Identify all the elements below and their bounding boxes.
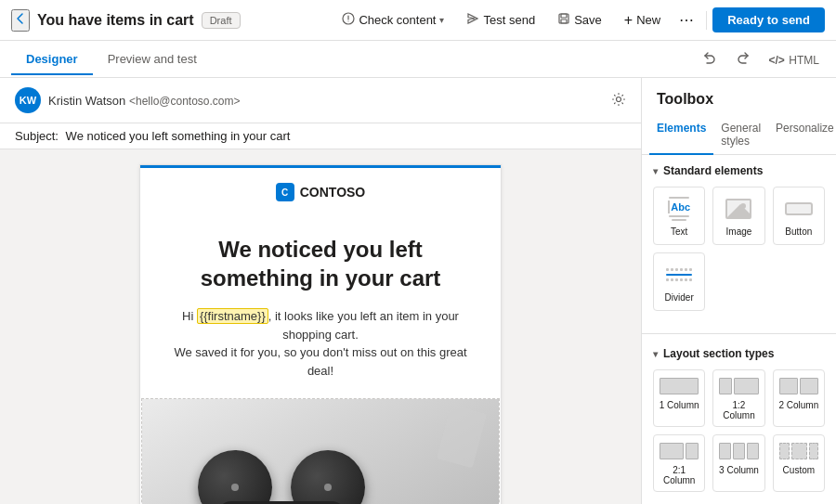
layout-sections: ▾ Layout section types 1 Column — [642, 338, 836, 501]
email-subtext: Hi {{firstname}}, it looks like you left… — [168, 307, 473, 380]
element-image[interactable]: Image — [712, 187, 764, 245]
tab-designer[interactable]: Designer — [11, 45, 93, 75]
contoso-logo-icon: C — [276, 183, 294, 201]
top-bar: You have items in cart Draft Check conte… — [0, 0, 836, 41]
check-content-dropdown-icon: ▾ — [439, 15, 444, 25]
svg-point-5 — [617, 97, 621, 101]
editor-area: KW Kristin Watson <hello@contoso.com> Su… — [0, 78, 641, 504]
new-plus-icon: + — [624, 12, 633, 29]
undo-button[interactable] — [697, 46, 723, 72]
tab-bar-actions: </> HTML — [697, 46, 825, 72]
save-button[interactable]: Save — [548, 7, 611, 32]
layout-2-1col-label: 2:1 Column — [658, 465, 700, 485]
layout-sections-header[interactable]: ▾ Layout section types — [653, 347, 825, 360]
email-headline: We noticed you left something in your ca… — [168, 235, 473, 292]
top-bar-left: You have items in cart Draft — [11, 9, 325, 32]
ready-to-send-button[interactable]: Ready to send — [712, 7, 825, 32]
element-divider-label: Divider — [658, 292, 700, 303]
collapse-icon: ▾ — [653, 166, 658, 176]
element-divider[interactable]: Divider — [653, 252, 705, 311]
email-body: We noticed you left something in your ca… — [140, 216, 501, 398]
standard-elements-header[interactable]: ▾ Standard elements — [653, 164, 825, 177]
tab-preview[interactable]: Preview and test — [93, 45, 212, 75]
email-canvas[interactable]: C CONTOSO We noticed you left something … — [0, 149, 641, 504]
check-content-icon — [342, 12, 355, 28]
subject-line: Subject: We noticed you left something i… — [0, 123, 641, 149]
section-divider — [642, 333, 836, 334]
layout-custom-label: Custom — [777, 465, 820, 475]
standard-elements-section: ▾ Standard elements Abc — [642, 155, 836, 330]
svg-rect-3 — [561, 14, 567, 18]
avatar: KW — [15, 87, 41, 113]
main-layout: KW Kristin Watson <hello@contoso.com> Su… — [0, 78, 836, 504]
check-content-button[interactable]: Check content ▾ — [333, 7, 453, 32]
layout-1col[interactable]: 1 Column — [653, 369, 705, 427]
save-icon — [557, 12, 570, 28]
layout-grid: 1 Column 1:2 Column 2 Column — [653, 369, 825, 492]
layout-2col-label: 2 Column — [777, 400, 820, 410]
top-bar-actions: Check content ▾ Test send Save + New ⋯ R… — [333, 6, 825, 33]
layout-1col-label: 1 Column — [658, 400, 700, 410]
contoso-logo: C CONTOSO — [155, 183, 486, 201]
test-send-icon — [466, 12, 479, 28]
tab-elements[interactable]: Elements — [649, 116, 713, 155]
toolbar-divider — [706, 11, 707, 30]
layout-custom[interactable]: Custom — [773, 434, 825, 492]
html-button[interactable]: </> HTML — [764, 47, 825, 71]
svg-rect-4 — [561, 19, 567, 23]
new-button[interactable]: + New — [615, 7, 670, 33]
layout-2-1col[interactable]: 2:1 Column — [653, 434, 705, 492]
element-button-label: Button — [777, 226, 820, 237]
layout-3col[interactable]: 3 Column — [712, 434, 764, 492]
test-send-button[interactable]: Test send — [457, 7, 544, 32]
more-options-button[interactable]: ⋯ — [673, 6, 700, 33]
toolbox-panel: Toolbox Elements General styles Personal… — [641, 78, 836, 504]
settings-icon[interactable] — [611, 92, 626, 110]
layout-2col[interactable]: 2 Column — [773, 369, 825, 427]
draft-badge: Draft — [202, 12, 241, 29]
tab-general-styles[interactable]: General styles — [713, 116, 768, 155]
element-button[interactable]: Button — [773, 187, 825, 245]
layout-3col-label: 3 Column — [717, 465, 760, 475]
email-meta: KW Kristin Watson <hello@contoso.com> — [0, 78, 641, 123]
product-visual — [142, 399, 499, 504]
layout-collapse-icon: ▾ — [653, 349, 658, 359]
sender-name: Kristin Watson <hello@contoso.com> — [48, 94, 241, 108]
email-image-section[interactable] — [141, 398, 500, 504]
element-grid: Abc Text — [653, 187, 825, 311]
layout-1-2col[interactable]: 1:2 Column — [712, 369, 764, 427]
element-text-label: Text — [658, 226, 700, 237]
element-image-label: Image — [717, 226, 760, 237]
email-header: C CONTOSO — [140, 165, 501, 216]
html-icon: </> — [769, 54, 785, 67]
back-button[interactable] — [11, 9, 30, 32]
element-text[interactable]: Abc Text — [653, 187, 705, 245]
page-title: You have items in cart — [37, 12, 194, 29]
tab-bar: Designer Preview and test </> HTML — [0, 41, 836, 78]
sender-details: Kristin Watson <hello@contoso.com> — [48, 94, 241, 108]
more-icon: ⋯ — [679, 11, 695, 29]
email-content-wrapper: C CONTOSO We noticed you left something … — [139, 164, 502, 504]
tab-personalize[interactable]: Personalize — [768, 116, 836, 155]
product-image — [142, 399, 499, 504]
layout-1-2col-label: 1:2 Column — [717, 400, 760, 420]
firstname-token: {{firstname}} — [197, 308, 268, 324]
redo-button[interactable] — [730, 46, 756, 72]
svg-point-1 — [348, 21, 349, 22]
toolbox-title: Toolbox — [642, 78, 836, 115]
sender-info: KW Kristin Watson <hello@contoso.com> — [15, 87, 241, 113]
toolbox-tabs: Elements General styles Personalize — [642, 115, 836, 155]
